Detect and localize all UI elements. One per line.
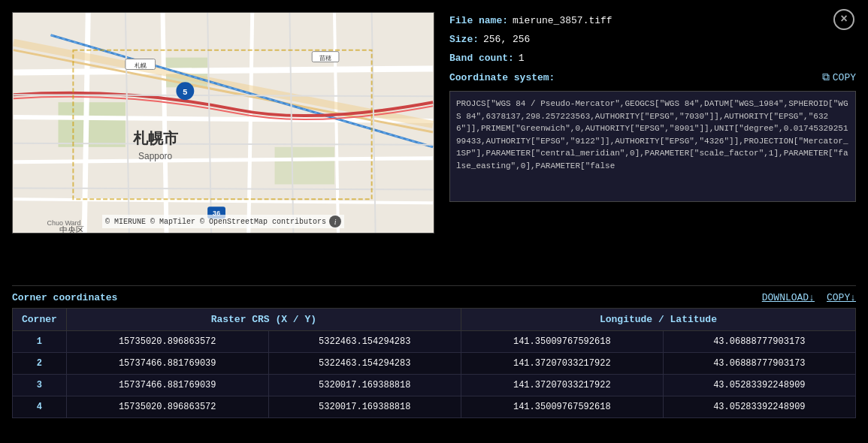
corner-title: Corner coordinates [12, 292, 117, 303]
cell-latitude: 43.05283392248909 [663, 375, 855, 396]
main-content: 5 36 札幌市 Sapporo 中央区 Chuo Ward 札幌 苗穂 [0, 0, 868, 278]
map-container: 5 36 札幌市 Sapporo 中央区 Chuo Ward 札幌 苗穂 [12, 12, 434, 234]
coordinates-table: Corner Raster CRS (X / Y) Longitude / La… [12, 308, 856, 418]
svg-text:苗穂: 苗穂 [319, 55, 331, 62]
table-header-row: Corner Raster CRS (X / Y) Longitude / La… [13, 309, 856, 331]
svg-rect-2 [58, 102, 125, 147]
cell-raster-x: 15737466.881769039 [66, 353, 268, 375]
close-button[interactable]: × [833, 9, 854, 30]
bottom-section: Corner coordinates DOWNLOAD↓ COPY↓ Corne… [12, 285, 856, 418]
cell-raster-y: 5322463.154294283 [268, 331, 461, 353]
cell-raster-y: 5322463.154294283 [268, 353, 461, 375]
cell-raster-y: 5320017.169388818 [268, 375, 461, 396]
cell-raster-x: 15735020.896863572 [66, 331, 268, 353]
band-count-label: Band count: [449, 53, 514, 64]
file-info-panel: File name: mierune_3857.tiff Size: 256, … [449, 12, 856, 278]
svg-text:札幌市: 札幌市 [132, 130, 179, 146]
corner-actions: DOWNLOAD↓ COPY↓ [762, 292, 856, 303]
table-copy-button[interactable]: COPY↓ [827, 292, 856, 303]
svg-text:Sapporo: Sapporo [138, 151, 172, 161]
coord-system-label: Coordinate system: [449, 72, 555, 83]
svg-line-5 [14, 68, 433, 72]
coord-system-text: PROJCS["WGS 84 / Pseudo-Mercator",GEOGCS… [456, 99, 848, 170]
file-name-row: File name: mierune_3857.tiff [449, 15, 856, 26]
info-icon[interactable]: i [329, 215, 341, 228]
map-image: 5 36 札幌市 Sapporo 中央区 Chuo Ward 札幌 苗穂 [13, 13, 434, 233]
cell-latitude: 43.06888777903173 [663, 331, 855, 353]
col-header-longlat: Longitude / Latitude [461, 309, 855, 331]
coord-system-header: Coordinate system: ⧉ COPY [449, 71, 856, 83]
table-row: 3 15737466.881769039 5320017.169388818 1… [13, 375, 856, 396]
map-attribution: © MIERUNE © MapTiler © OpenStreetMap con… [102, 215, 344, 228]
band-count-row: Band count: 1 [449, 53, 856, 64]
band-count-value: 1 [519, 53, 525, 64]
svg-rect-4 [275, 147, 334, 185]
cell-corner: 2 [13, 353, 67, 375]
coord-system-box: PROJCS["WGS 84 / Pseudo-Mercator",GEOGCS… [449, 91, 856, 202]
coord-copy-button[interactable]: ⧉ COPY [822, 71, 856, 83]
corner-header: Corner coordinates DOWNLOAD↓ COPY↓ [12, 286, 856, 308]
cell-latitude: 43.05283392248909 [663, 396, 855, 418]
size-row: Size: 256, 256 [449, 34, 856, 45]
cell-longitude: 141.35009767592618 [461, 331, 663, 353]
copy-icon: ⧉ [822, 71, 830, 83]
size-label: Size: [449, 34, 479, 45]
coord-copy-label: COPY [833, 72, 856, 83]
cell-corner: 3 [13, 375, 67, 396]
file-name-label: File name: [449, 15, 508, 26]
cell-longitude: 141.37207033217922 [461, 353, 663, 375]
cell-raster-x: 15735020.896863572 [66, 396, 268, 418]
close-icon: × [840, 13, 848, 26]
cell-raster-y: 5320017.169388818 [268, 396, 461, 418]
svg-text:札幌: 札幌 [135, 62, 147, 69]
cell-corner: 4 [13, 396, 67, 418]
table-row: 1 15735020.896863572 5322463.154294283 1… [13, 331, 856, 353]
col-header-corner: Corner [13, 309, 67, 331]
cell-corner: 1 [13, 331, 67, 353]
svg-text:5: 5 [183, 88, 188, 97]
cell-longitude: 141.35009767592618 [461, 396, 663, 418]
cell-latitude: 43.06888777903173 [663, 353, 855, 375]
col-header-raster: Raster CRS (X / Y) [66, 309, 461, 331]
file-name-value: mierune_3857.tiff [513, 15, 612, 26]
download-button[interactable]: DOWNLOAD↓ [762, 292, 815, 303]
cell-longitude: 141.37207033217922 [461, 375, 663, 396]
table-row: 4 15735020.896863572 5320017.169388818 1… [13, 396, 856, 418]
svg-text:Chuo Ward: Chuo Ward [47, 219, 81, 227]
table-row: 2 15737466.881769039 5322463.154294283 1… [13, 353, 856, 375]
size-value: 256, 256 [483, 34, 530, 45]
cell-raster-x: 15737466.881769039 [66, 375, 268, 396]
